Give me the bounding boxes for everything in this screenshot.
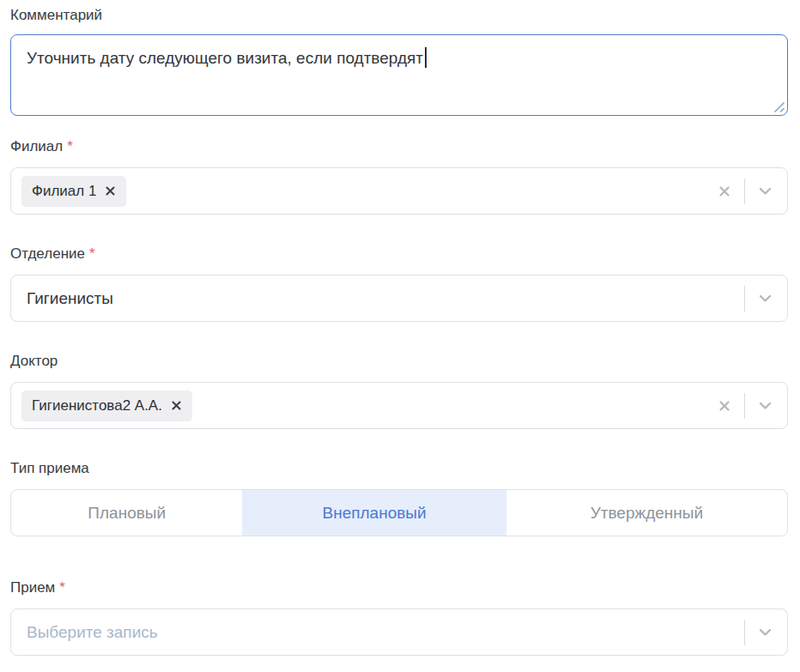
department-select[interactable]: Гигиенисты — [10, 275, 788, 322]
department-selected-value: Гигиенисты — [21, 289, 113, 308]
visit-type-label: Тип приема — [10, 459, 788, 477]
clear-icon[interactable] — [717, 184, 732, 199]
visit-type-segmented: Плановый Внеплановый Утвержденный — [10, 489, 788, 536]
required-asterisk: * — [67, 138, 73, 154]
department-label: Отделение* — [10, 245, 788, 263]
comment-textarea-value: Уточнить дату следующего визита, если по… — [27, 49, 423, 67]
department-label-text: Отделение — [10, 245, 85, 262]
field-group-visit-type: Тип приема Плановый Внеплановый Утвержде… — [10, 459, 788, 536]
divider — [744, 620, 745, 645]
appointment-select[interactable]: Выберите запись — [10, 608, 788, 656]
comment-textarea[interactable]: Уточнить дату следующего визита, если по… — [10, 34, 788, 116]
department-select-controls — [744, 275, 787, 321]
doctor-tag-label: Гигиенистова2 А.А. — [32, 397, 162, 415]
doctor-select[interactable]: Гигиенистова2 А.А. — [10, 382, 788, 429]
comment-label-text: Комментарий — [10, 7, 102, 23]
chevron-down-icon[interactable] — [756, 289, 774, 307]
appointment-label: Прием* — [10, 578, 788, 596]
appointment-label-text: Прием — [10, 579, 55, 596]
resize-grip-icon[interactable] — [773, 101, 785, 112]
branch-select-controls — [717, 168, 787, 214]
field-group-appointment: Прием* Выберите запись — [10, 578, 788, 656]
divider — [744, 179, 745, 204]
required-asterisk: * — [59, 579, 65, 596]
branch-tag-label: Филиал 1 — [32, 183, 96, 200]
chevron-down-icon[interactable] — [756, 397, 774, 415]
comment-label: Комментарий — [10, 6, 788, 24]
branch-label: Филиал* — [10, 137, 788, 155]
field-group-doctor: Доктор Гигиенистова2 А.А. — [10, 352, 788, 429]
appointment-select-controls — [744, 609, 787, 655]
visit-type-label-text: Тип приема — [10, 460, 89, 476]
tag-remove-icon[interactable] — [171, 400, 182, 411]
doctor-select-controls — [717, 383, 787, 428]
chevron-down-icon[interactable] — [756, 182, 774, 200]
chevron-down-icon[interactable] — [756, 623, 774, 641]
branch-label-text: Филиал — [10, 138, 63, 154]
segment-planned[interactable]: Плановый — [11, 490, 242, 536]
field-group-comment: Комментарий Уточнить дату следующего виз… — [10, 6, 788, 116]
tag-remove-icon[interactable] — [105, 185, 116, 197]
clear-icon[interactable] — [717, 398, 732, 414]
branch-tag: Филиал 1 — [21, 176, 126, 207]
divider — [744, 393, 745, 419]
field-group-department: Отделение* Гигиенисты — [10, 245, 788, 322]
appointment-form: Комментарий Уточнить дату следующего виз… — [0, 0, 800, 656]
text-caret-icon — [425, 47, 427, 68]
doctor-label: Доктор — [10, 352, 788, 370]
branch-select[interactable]: Филиал 1 — [10, 167, 788, 215]
doctor-label-text: Доктор — [10, 353, 58, 369]
segment-unplanned[interactable]: Внеплановый — [242, 490, 506, 536]
segment-approved[interactable]: Утвержденный — [506, 490, 787, 536]
appointment-placeholder: Выберите запись — [21, 623, 158, 642]
required-asterisk: * — [89, 245, 95, 262]
divider — [744, 286, 745, 312]
field-group-branch: Филиал* Филиал 1 — [10, 137, 788, 215]
doctor-tag: Гигиенистова2 А.А. — [21, 390, 192, 421]
